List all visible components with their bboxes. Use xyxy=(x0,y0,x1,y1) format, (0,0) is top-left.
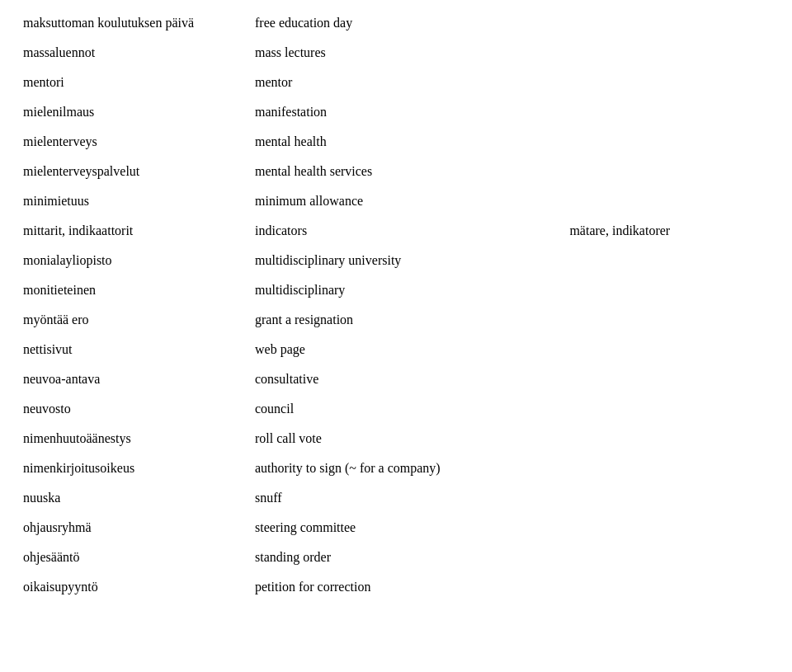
finnish-term: oikaisupyyntö xyxy=(16,572,248,602)
finnish-term: minimietuus xyxy=(16,186,248,216)
table-row: mielenterveyspalvelutmental health servi… xyxy=(16,157,776,186)
swedish-translation xyxy=(563,394,776,424)
swedish-translation xyxy=(563,246,776,275)
english-translation: authority to sign (~ for a company) xyxy=(248,453,563,483)
finnish-term: maksuttoman koulutuksen päivä xyxy=(16,8,248,38)
english-translation: mental health services xyxy=(248,157,563,186)
finnish-term: monitieteinen xyxy=(16,275,248,305)
table-row: mielenterveysmental health xyxy=(16,127,776,157)
english-translation: web page xyxy=(248,335,563,364)
english-translation: consultative xyxy=(248,364,563,394)
english-translation: multidisciplinary xyxy=(248,275,563,305)
table-row: nimenhuutoäänestysroll call vote xyxy=(16,424,776,453)
swedish-translation xyxy=(563,572,776,602)
swedish-translation xyxy=(563,8,776,38)
table-row: mentorimentor xyxy=(16,68,776,97)
english-translation: multidisciplinary university xyxy=(248,246,563,275)
finnish-term: neuvosto xyxy=(16,394,248,424)
table-row: neuvostocouncil xyxy=(16,394,776,424)
finnish-term: nimenkirjoitusoikeus xyxy=(16,453,248,483)
table-row: oikaisupyyntöpetition for correction xyxy=(16,572,776,602)
swedish-translation xyxy=(563,453,776,483)
english-translation: mass lectures xyxy=(248,38,563,68)
english-translation: manifestation xyxy=(248,97,563,127)
table-row: mielenilmausmanifestation xyxy=(16,97,776,127)
finnish-term: monialayliopisto xyxy=(16,246,248,275)
english-translation: roll call vote xyxy=(248,424,563,453)
swedish-translation xyxy=(563,127,776,157)
finnish-term: myöntää ero xyxy=(16,305,248,335)
english-translation: grant a resignation xyxy=(248,305,563,335)
finnish-term: massaluennot xyxy=(16,38,248,68)
swedish-translation xyxy=(563,157,776,186)
english-translation: minimum allowance xyxy=(248,186,563,216)
swedish-translation: mätare, indikatorer xyxy=(563,216,776,246)
table-row: massaluennotmass lectures xyxy=(16,38,776,68)
swedish-translation xyxy=(563,543,776,572)
table-row: mittarit, indikaattoritindicatorsmätare,… xyxy=(16,216,776,246)
table-row: myöntää erogrant a resignation xyxy=(16,305,776,335)
finnish-term: nimenhuutoäänestys xyxy=(16,424,248,453)
table-row: ohjausryhmästeering committee xyxy=(16,513,776,543)
finnish-term: nettisivut xyxy=(16,335,248,364)
table-row: minimietuusminimum allowance xyxy=(16,186,776,216)
table-row: nimenkirjoitusoikeusauthority to sign (~… xyxy=(16,453,776,483)
english-translation: mentor xyxy=(248,68,563,97)
english-translation: standing order xyxy=(248,543,563,572)
finnish-term: mentori xyxy=(16,68,248,97)
english-translation: steering committee xyxy=(248,513,563,543)
swedish-translation xyxy=(563,186,776,216)
finnish-term: ohjausryhmä xyxy=(16,513,248,543)
finnish-term: ohjesääntö xyxy=(16,543,248,572)
table-row: monitieteinenmultidisciplinary xyxy=(16,275,776,305)
swedish-translation xyxy=(563,483,776,513)
swedish-translation xyxy=(563,424,776,453)
table-row: ohjesääntöstanding order xyxy=(16,543,776,572)
dictionary-table: maksuttoman koulutuksen päiväfree educat… xyxy=(16,8,776,602)
english-translation: mental health xyxy=(248,127,563,157)
swedish-translation xyxy=(563,305,776,335)
english-translation: snuff xyxy=(248,483,563,513)
table-row: nuuskasnuff xyxy=(16,483,776,513)
english-translation: council xyxy=(248,394,563,424)
finnish-term: neuvoa-antava xyxy=(16,364,248,394)
swedish-translation xyxy=(563,38,776,68)
finnish-term: nuuska xyxy=(16,483,248,513)
table-row: neuvoa-antavaconsultative xyxy=(16,364,776,394)
english-translation: indicators xyxy=(248,216,563,246)
finnish-term: mielenterveys xyxy=(16,127,248,157)
swedish-translation xyxy=(563,364,776,394)
finnish-term: mielenterveyspalvelut xyxy=(16,157,248,186)
english-translation: petition for correction xyxy=(248,572,563,602)
table-row: nettisivutweb page xyxy=(16,335,776,364)
table-row: maksuttoman koulutuksen päiväfree educat… xyxy=(16,8,776,38)
english-translation: free education day xyxy=(248,8,563,38)
swedish-translation xyxy=(563,68,776,97)
table-row: monialayliopistomultidisciplinary univer… xyxy=(16,246,776,275)
swedish-translation xyxy=(563,97,776,127)
swedish-translation xyxy=(563,513,776,543)
finnish-term: mielenilmaus xyxy=(16,97,248,127)
finnish-term: mittarit, indikaattorit xyxy=(16,216,248,246)
swedish-translation xyxy=(563,275,776,305)
swedish-translation xyxy=(563,335,776,364)
